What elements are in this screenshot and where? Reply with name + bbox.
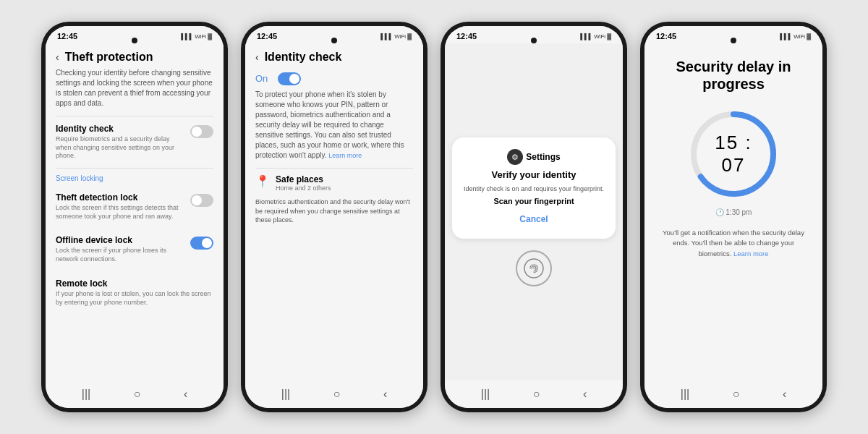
status-bar-2: 12:45 ▌▌▌ WiFi ▓ <box>245 26 423 43</box>
offline-lock-toggle[interactable] <box>190 237 213 250</box>
phone-3: 12:45 ▌▌▌ WiFi ▓ ⚙ Settings Verify your … <box>441 22 627 412</box>
verify-card: ⚙ Settings Verify your identity Identity… <box>452 137 616 239</box>
nav-home-2[interactable]: ○ <box>333 388 341 401</box>
status-bar-4: 12:45 ▌▌▌ WiFi ▓ <box>644 26 822 43</box>
identity-desc: To protect your phone when it's stolen b… <box>245 90 423 168</box>
battery-icon-4: ▓ <box>807 33 811 40</box>
camera-dot-4 <box>731 38 736 43</box>
wifi-icon-4: WiFi <box>793 33 805 40</box>
settings-label: Settings <box>526 152 560 162</box>
timer-circle: 15 : 07 <box>686 107 780 201</box>
nav-home-3[interactable]: ○ <box>533 388 540 401</box>
scan-label: Scan your fingerprint <box>462 197 605 205</box>
page-title-2: Identity check <box>265 51 342 64</box>
safe-places-label: Safe places <box>276 174 331 184</box>
page-header-2: ‹ Identity check <box>245 43 423 68</box>
timer-digits: 15 : 07 <box>710 132 757 176</box>
battery-icon-2: ▓ <box>407 33 412 40</box>
status-time-1: 12:45 <box>57 32 77 41</box>
svg-point-0 <box>524 259 543 278</box>
offline-lock-item[interactable]: Offline device lock Lock the screen if y… <box>46 228 224 271</box>
offline-lock-label: Offline device lock <box>56 235 184 245</box>
signal-icon: ▌▌▌ <box>181 33 193 40</box>
remote-lock-desc: If your phone is lost or stolen, you can… <box>56 290 213 307</box>
status-time-2: 12:45 <box>257 32 277 41</box>
camera-dot-3 <box>531 38 537 43</box>
nav-back-2[interactable]: ‹ <box>383 388 387 401</box>
offline-lock-desc: Lock the screen if your phone loses its … <box>56 247 184 263</box>
nav-bar-4: ||| ○ ‹ <box>644 380 822 408</box>
screen-4: Security delay inprogress 15 : 07 🕐 1:30… <box>644 43 822 380</box>
theft-detection-toggle[interactable] <box>190 194 213 207</box>
screen-2: ‹ Identity check On To protect your phon… <box>245 43 423 380</box>
wifi-icon-3: WiFi <box>594 33 605 40</box>
nav-home-4[interactable]: ○ <box>733 388 740 401</box>
battery-icon-3: ▓ <box>607 33 611 40</box>
back-icon-2[interactable]: ‹ <box>255 51 259 63</box>
nav-menu-2[interactable]: ||| <box>281 388 290 401</box>
status-bar-1: 12:45 ▌▌▌ WiFi ▓ <box>46 26 224 43</box>
identity-toggle[interactable] <box>278 72 301 85</box>
theft-detection-item[interactable]: Theft detection lock Lock the screen if … <box>46 185 224 228</box>
timer-text: 15 : 07 <box>710 132 757 176</box>
location-icon: 📍 <box>255 174 270 188</box>
camera-dot-2 <box>331 38 337 43</box>
identity-check-item[interactable]: Identity check Require biometrics and a … <box>46 116 224 168</box>
nav-bar-3: ||| ○ ‹ <box>445 380 623 408</box>
screen-locking-label: Screen locking <box>46 169 224 185</box>
nav-bar-2: ||| ○ ‹ <box>245 380 423 408</box>
remote-lock-label: Remote lock <box>56 278 213 289</box>
verify-icon-row: ⚙ Settings <box>462 149 605 165</box>
remote-lock-item[interactable]: Remote lock If your phone is lost or sto… <box>46 271 224 314</box>
on-label: On <box>255 73 268 84</box>
on-badge: On <box>255 71 413 85</box>
nav-menu-1[interactable]: ||| <box>82 388 90 401</box>
wifi-icon: WiFi <box>195 33 206 40</box>
theft-detection-label: Theft detection lock <box>56 192 184 203</box>
status-time-4: 12:45 <box>656 32 676 41</box>
screen-3: ⚙ Settings Verify your identity Identity… <box>445 43 623 380</box>
status-time-3: 12:45 <box>456 32 477 41</box>
timer-time: 🕐 1:30 pm <box>715 208 752 216</box>
phone-2: 12:45 ▌▌▌ WiFi ▓ ‹ Identity check On To … <box>241 22 427 412</box>
nav-menu-4[interactable]: ||| <box>681 388 689 401</box>
verify-desc: Identity check is on and requires your f… <box>462 184 605 194</box>
identity-check-desc: Require biometrics and a security delay … <box>56 135 184 161</box>
signal-icon-2: ▌▌▌ <box>380 33 393 40</box>
security-title: Security delay inprogress <box>676 58 791 93</box>
offline-lock-text: Offline device lock Lock the screen if y… <box>56 235 184 263</box>
theft-detection-text: Theft detection lock Lock the screen if … <box>56 192 184 221</box>
identity-check-label: Identity check <box>56 124 184 134</box>
learn-more-link-2[interactable]: Learn more <box>328 152 362 159</box>
wifi-icon-2: WiFi <box>394 33 406 40</box>
screen-1: ‹ Theft protection Checking your identit… <box>46 43 224 380</box>
delay-desc: You'll get a notification when the secur… <box>655 228 812 259</box>
nav-menu-3[interactable]: ||| <box>481 388 490 401</box>
fingerprint-icon[interactable] <box>516 250 552 286</box>
phone-1: 12:45 ▌▌▌ WiFi ▓ ‹ Theft protection Chec… <box>41 22 228 412</box>
status-bar-3: 12:45 ▌▌▌ WiFi ▓ <box>445 26 623 43</box>
nav-back-3[interactable]: ‹ <box>583 388 587 401</box>
nav-back-1[interactable]: ‹ <box>184 388 187 401</box>
back-icon-1[interactable]: ‹ <box>56 51 59 63</box>
remote-lock-text: Remote lock If your phone is lost or sto… <box>56 278 213 307</box>
cancel-button[interactable]: Cancel <box>462 211 605 227</box>
signal-icon-3: ▌▌▌ <box>580 33 592 40</box>
nav-home-1[interactable]: ○ <box>134 388 141 401</box>
safe-places-desc: Biometrics authentication and the securi… <box>245 197 423 231</box>
theft-subtitle: Checking your identity before changing s… <box>46 68 224 116</box>
page-header-1: ‹ Theft protection <box>46 43 224 68</box>
learn-more-link-4[interactable]: Learn more <box>733 250 769 258</box>
nav-back-4[interactable]: ‹ <box>783 388 786 401</box>
page-title-1: Theft protection <box>65 51 153 64</box>
safe-places-text: Safe places Home and 2 others <box>276 174 331 192</box>
nav-bar-1: ||| ○ ‹ <box>46 380 224 408</box>
battery-icon: ▓ <box>208 33 212 40</box>
theft-detection-desc: Lock the screen if this settings detects… <box>56 204 184 221</box>
settings-icon: ⚙ <box>507 149 523 165</box>
camera-dot-1 <box>132 38 137 43</box>
signal-icon-4: ▌▌▌ <box>780 33 792 40</box>
identity-check-toggle[interactable] <box>190 125 213 138</box>
verify-title: Verify your identity <box>462 169 605 180</box>
safe-places-item[interactable]: 📍 Safe places Home and 2 others <box>245 169 423 197</box>
